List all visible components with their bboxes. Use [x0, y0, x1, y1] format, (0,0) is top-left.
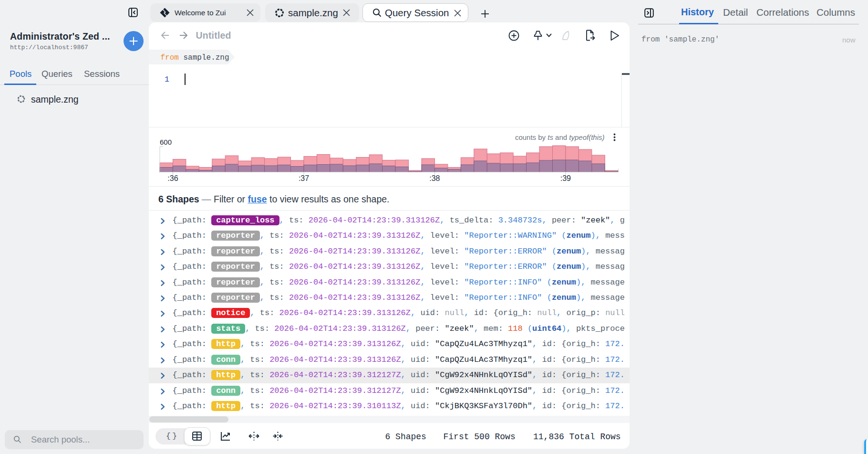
svg-text::38: :38 [429, 174, 440, 182]
svg-text::36: :36 [167, 174, 178, 182]
svg-text:600: 600 [160, 138, 172, 146]
svg-text:counts by ts and typeof(this): counts by ts and typeof(this) [515, 133, 605, 141]
svg-text::39: :39 [560, 174, 571, 182]
svg-text::37: :37 [299, 174, 309, 182]
